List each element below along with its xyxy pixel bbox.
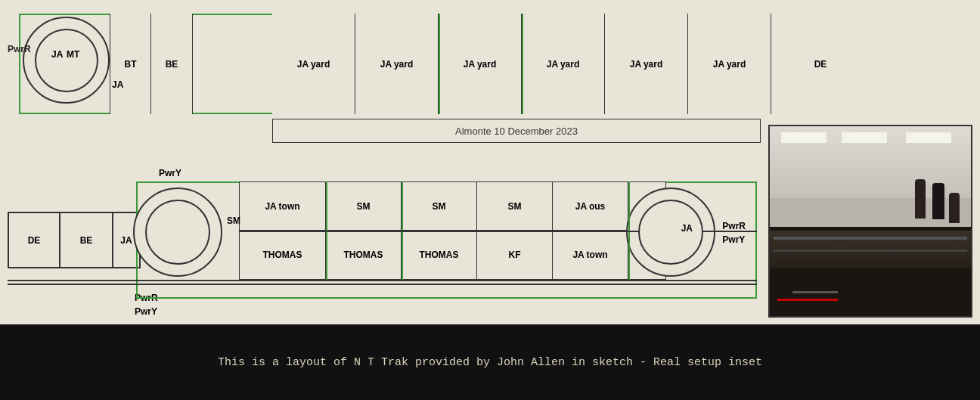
bg-cell-sm1: SM xyxy=(326,181,402,231)
photo-person-3 xyxy=(915,179,926,219)
bottom-loop-right-inner xyxy=(638,200,703,265)
footer-text: This is a layout of N T Trak provided by… xyxy=(218,356,762,369)
photo-cable-dark xyxy=(792,291,838,293)
top-cell-be: BE xyxy=(151,14,193,114)
top-yard-4: JA yard xyxy=(522,14,605,114)
top-loop-ja: JA xyxy=(51,49,63,60)
footer: This is a layout of N T Trak provided by… xyxy=(0,324,980,400)
photo-person-2 xyxy=(932,183,944,219)
top-yard-3: JA yard xyxy=(439,14,522,114)
top-yard-1: JA yard xyxy=(272,14,355,114)
bottom-strip-line xyxy=(8,280,757,281)
bg-cell-sm3: SM xyxy=(477,181,553,231)
top-loop-mt: MT xyxy=(67,49,79,60)
top-loop-ja2: JA xyxy=(112,79,123,90)
pwry-top-label: PwrY xyxy=(159,168,181,178)
green-vline-top-2 xyxy=(522,14,523,114)
bg-cell-jaous: JA ous xyxy=(553,181,628,231)
photo-cable-red xyxy=(777,299,838,301)
photo-light-1 xyxy=(781,132,826,143)
bottom-right-loop-ja: JA xyxy=(681,223,693,234)
bottom-cell-be: BE xyxy=(60,212,113,268)
photo-light-3 xyxy=(906,132,951,143)
almonte-label: Almonte 10 December 2023 xyxy=(272,119,761,143)
photo-inset xyxy=(768,125,972,318)
top-yard-2: JA yard xyxy=(355,14,439,114)
top-yard-5: JA yard xyxy=(605,14,688,114)
photo-floor xyxy=(770,268,971,306)
bottom-cell-de: DE xyxy=(8,212,60,268)
green-vline-top-1 xyxy=(439,14,440,114)
bottom-loop-left-inner xyxy=(145,200,210,265)
bg-cell-sm2: SM xyxy=(402,181,477,231)
photo-track-line2 xyxy=(774,250,967,252)
bg-cell-thomas2: THOMAS xyxy=(326,231,402,280)
photo-track-line xyxy=(774,237,967,240)
top-loop-inner xyxy=(35,29,98,92)
sm-label: SM xyxy=(227,216,240,226)
photo-person-1 xyxy=(949,193,960,223)
bg-cell-jatown: JA town xyxy=(239,181,326,231)
bg-cell-kf: KF xyxy=(477,231,553,280)
pwrr-label: PwrR xyxy=(8,44,31,54)
photo-light-2 xyxy=(842,132,887,143)
bg-cell-thomas3: THOMAS xyxy=(402,231,477,280)
main-area: PwrR JA MT JA BT BE JA yard JA yard JA y… xyxy=(0,0,980,324)
bottom-strip-line2 xyxy=(8,284,757,285)
top-yard-6: JA yard xyxy=(688,14,771,114)
bg-cell-jatown2: JA town xyxy=(553,231,628,280)
bg-cell-thomas1: THOMAS xyxy=(239,231,326,280)
top-cell-de: DE xyxy=(771,14,870,114)
top-cell-bt: BT xyxy=(110,14,151,114)
